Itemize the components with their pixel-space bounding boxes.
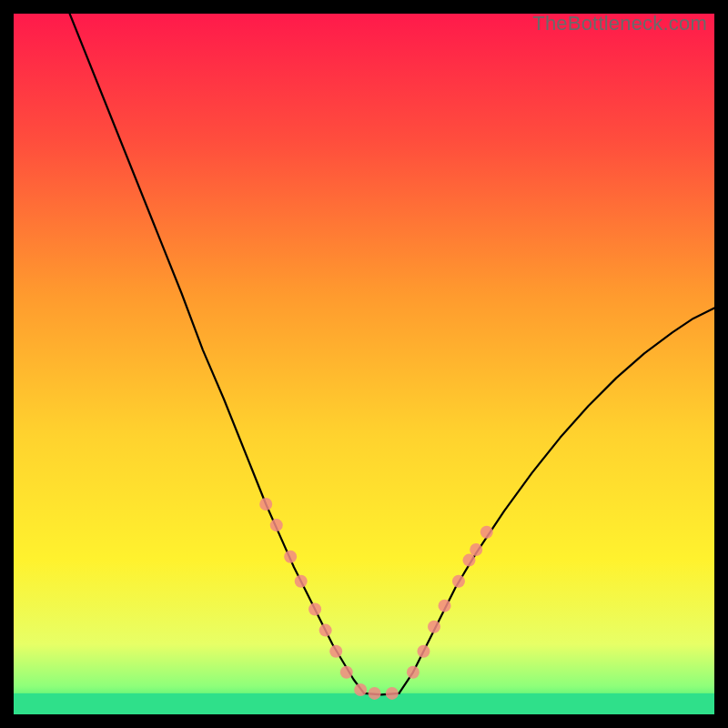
gradient-background (14, 14, 714, 714)
valley-floor-fill (14, 693, 714, 714)
marker-dot (284, 551, 297, 563)
marker-dot (308, 603, 321, 616)
marker-dot (428, 621, 440, 633)
marker-dot (463, 554, 476, 567)
marker-dot (340, 666, 353, 679)
watermark-label: TheBottleneck.com (532, 12, 707, 35)
marker-dot (329, 645, 342, 658)
marker-dot (369, 687, 381, 700)
marker-dot (270, 519, 283, 531)
marker-dot (470, 543, 482, 556)
marker-dot (480, 526, 493, 539)
marker-dot (407, 666, 420, 679)
marker-dot (354, 683, 367, 696)
marker-dot (295, 575, 308, 588)
marker-dot (452, 575, 465, 588)
marker-dot (319, 624, 332, 637)
chart-frame: TheBottleneck.com (14, 14, 714, 714)
marker-dot (439, 600, 451, 612)
marker-dot (259, 498, 272, 511)
marker-dot (386, 687, 399, 700)
chart-svg (14, 14, 714, 714)
marker-dot (417, 645, 430, 658)
